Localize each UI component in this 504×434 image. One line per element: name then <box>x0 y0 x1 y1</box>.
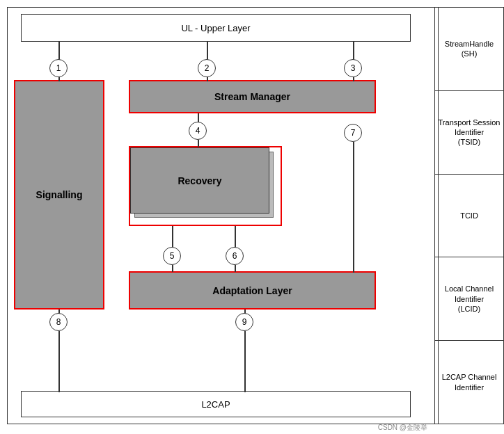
recovery-outer: Recovery <box>129 146 282 226</box>
signalling-label: Signalling <box>36 189 83 200</box>
node-8: 8 <box>49 313 68 331</box>
node-6: 6 <box>226 247 244 265</box>
signalling-box: Signalling <box>14 80 104 310</box>
vline-5-adapt2 <box>172 265 173 272</box>
panel-item-tcid: TCID <box>435 175 503 258</box>
vline-8-l2cap <box>58 331 60 392</box>
diagram-container: UL - Upper Layer L2CAP Signalling Stream… <box>0 0 504 434</box>
recovery-box: Recovery <box>130 147 269 214</box>
vline-1-signalling <box>58 77 60 81</box>
vline-6-adapt <box>235 226 236 248</box>
node-3: 3 <box>344 59 362 77</box>
node-7: 7 <box>344 124 362 142</box>
ul-box: UL - Upper Layer <box>21 14 411 42</box>
vline-3-ul <box>353 42 354 61</box>
node-4: 4 <box>189 122 207 140</box>
adaptation-box: Adaptation Layer <box>129 271 376 310</box>
panel-item-tsid: Transport SessionIdentifier(TSID) <box>435 91 503 175</box>
recovery-label: Recovery <box>178 175 221 186</box>
vline-7-adapt <box>353 142 354 273</box>
l2cap-box: L2CAP <box>21 391 411 417</box>
vline-6-adapt2 <box>235 265 236 272</box>
l2cap-label: L2CAP <box>201 399 230 410</box>
vline-5-adapt <box>172 226 173 248</box>
stream-manager-box: Stream Manager <box>129 80 376 113</box>
watermark: CSDN @金陵举 <box>378 423 427 433</box>
panel-item-sh: StreamHandle(SH) <box>435 8 503 91</box>
panel-item-l2cap-channel: L2CAP ChannelIdentifier <box>435 341 503 424</box>
node-1: 1 <box>49 59 68 77</box>
ul-label: UL - Upper Layer <box>181 23 250 33</box>
adaptation-label: Adaptation Layer <box>212 285 292 296</box>
vline-4-recovery <box>198 140 199 147</box>
vline-9-l2cap <box>244 331 246 392</box>
stream-manager-label: Stream Manager <box>214 91 290 102</box>
node-9: 9 <box>235 313 253 331</box>
node-2: 2 <box>198 59 216 77</box>
right-panel: StreamHandle(SH) Transport SessionIdenti… <box>434 7 504 424</box>
vline-2-ul <box>207 42 208 61</box>
panel-item-lcid: Local ChannelIdentifier(LCID) <box>435 257 503 341</box>
vline-2-sm <box>207 77 208 81</box>
node-5: 5 <box>163 247 181 265</box>
vline-1-ul <box>58 42 60 61</box>
vline-3-sm <box>353 77 354 81</box>
